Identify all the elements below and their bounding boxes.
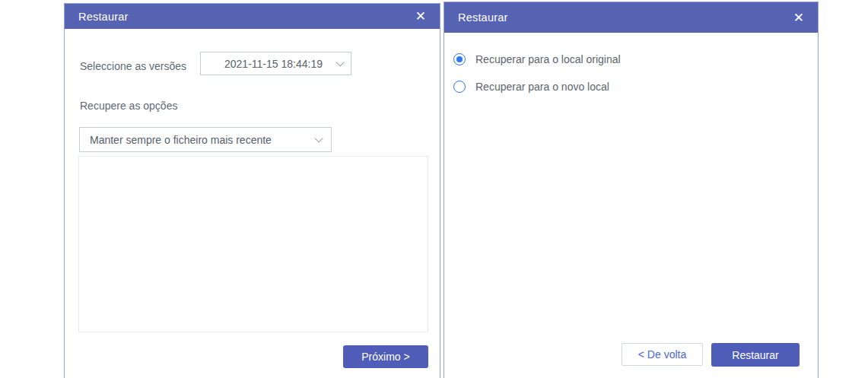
version-select[interactable]: 2021-11-15 18:44:19 — [200, 52, 351, 75]
file-list-area — [78, 156, 428, 332]
recover-options-value: Manter sempre o ficheiro mais recente — [90, 134, 314, 146]
radio-selected-icon — [453, 53, 466, 65]
left-dialog-titlebar[interactable]: Restaurar ✕ — [65, 4, 440, 29]
version-select-value: 2021-11-15 18:44:19 — [211, 58, 335, 70]
recover-options-select[interactable]: Manter sempre o ficheiro mais recente — [79, 127, 332, 152]
chevron-down-icon — [314, 134, 323, 142]
back-button[interactable]: < De volta — [622, 343, 703, 366]
radio-original-location-label: Recuperar para o local original — [475, 53, 621, 65]
radio-new-location-label: Recuperar para o novo local — [475, 81, 609, 93]
radio-unselected-icon — [453, 81, 466, 93]
radio-new-location[interactable]: Recuperar para o novo local — [453, 81, 609, 93]
recover-options-label: Recupere as opções — [80, 100, 177, 112]
restore-location-dialog: Restaurar ✕ Recuperar para o local origi… — [444, 2, 819, 378]
left-dialog-title: Restaurar — [78, 11, 414, 23]
restore-button[interactable]: Restaurar — [711, 343, 800, 367]
close-icon[interactable]: ✕ — [792, 10, 806, 26]
restore-options-dialog: Restaurar ✕ Seleccione as versões 2021-1… — [64, 3, 440, 378]
right-dialog-title: Restaurar — [458, 11, 792, 24]
version-select-label: Seleccione as versões — [80, 60, 186, 72]
radio-original-location[interactable]: Recuperar para o local original — [453, 53, 621, 65]
close-icon[interactable]: ✕ — [414, 8, 428, 24]
next-button[interactable]: Próximo > — [343, 345, 428, 368]
right-dialog-titlebar[interactable]: Restaurar ✕ — [444, 2, 818, 33]
chevron-down-icon — [335, 58, 344, 66]
